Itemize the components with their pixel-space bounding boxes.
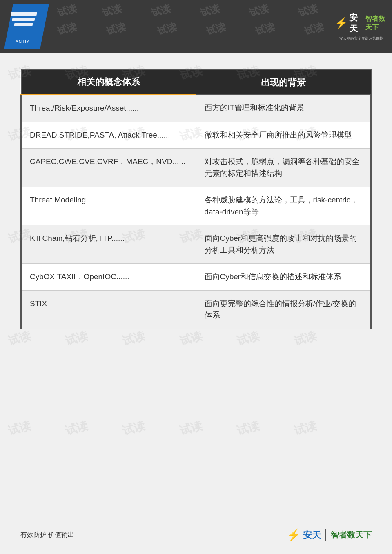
cwm-19: 试读 — [7, 328, 33, 349]
table-cell-right-6: 面向更完整的综合性的情报分析/作业/交换的体系 — [196, 290, 371, 329]
table-cell-right-4: 面向Cyber和更高强度的攻击和对抗的场景的分析工具和分析方法 — [196, 225, 371, 264]
footer-tagline: 有效防护 价值输出 — [20, 531, 74, 539]
footer: 有效防护 价值输出 ⚡ 安天 智者数天下 — [0, 528, 392, 542]
table-cell-right-5: 面向Cyber和信息交换的描述和标准体系 — [196, 264, 371, 291]
table-header-row: 相关的概念体系 出现的背景 — [21, 70, 371, 95]
lightning-icon: ⚡ — [335, 17, 348, 29]
brand-divider-header: | — [363, 20, 364, 26]
watermark-2: 试读 — [101, 2, 123, 19]
table-cell-right-0: 西方的IT管理和标准化的背景 — [196, 95, 371, 122]
brand-box-header: ⚡ 安天 | 智者数天下 安天网络安全专训营第四期 — [335, 6, 388, 47]
cwm-28: 试读 — [178, 418, 204, 438]
concept-table: 相关的概念体系 出现的背景 Threat/Risk/Exposure/Asset… — [20, 69, 372, 329]
col2-header: 出现的背景 — [196, 70, 371, 95]
watermark-6: 试读 — [297, 2, 319, 19]
footer-brand-name: 安天 — [303, 529, 321, 541]
watermark-5: 试读 — [248, 2, 270, 19]
cwm-21: 试读 — [121, 328, 147, 349]
main-content: 试读 试读 试读 试读 试读 试读 试读 试读 试读 试读 试读 试读 试读 试… — [0, 53, 392, 346]
table-row: CAPEC,CWE,CVE,CVRF，MAEC，NVD......对攻击模式，脆… — [21, 149, 371, 187]
footer-lightning-icon: ⚡ — [287, 528, 301, 542]
watermark-11: 试读 — [254, 20, 276, 38]
watermark-9: 试读 — [156, 20, 178, 38]
cwm-27: 试读 — [121, 418, 147, 438]
watermark-8: 试读 — [105, 20, 127, 38]
table-cell-left-3: Threat Modeling — [21, 187, 196, 225]
header: ANTIY 试读 试读 试读 试读 试读 试读 试读 试读 试读 试读 试读 试… — [0, 0, 392, 53]
table-cell-left-4: Kill Chain,钻石分析,TTP...... — [21, 225, 196, 264]
brand-sub-header: 智者数天下 — [365, 15, 388, 32]
table-cell-right-3: 各种威胁建模的方法论，工具，risk-centric，data-driven等等 — [196, 187, 371, 225]
table-row: Threat Modeling各种威胁建模的方法论，工具，risk-centri… — [21, 187, 371, 225]
table-row: STIX面向更完整的综合性的情报分析/作业/交换的体系 — [21, 290, 371, 329]
table-row: DREAD,STRIDE,PASTA, Attack Tree......微软和… — [21, 122, 371, 149]
table-row: CybOX,TAXII，OpenIOC......面向Cyber和信息交换的描述… — [21, 264, 371, 291]
table-cell-left-1: DREAD,STRIDE,PASTA, Attack Tree...... — [21, 122, 196, 149]
table-row: Kill Chain,钻石分析,TTP......面向Cyber和更高强度的攻击… — [21, 225, 371, 264]
footer-brand-divider — [325, 529, 326, 541]
cwm-24: 试读 — [292, 328, 318, 349]
brand-name-header: 安天 — [350, 12, 361, 34]
watermark-4: 试读 — [199, 2, 221, 19]
logo-box: ANTIY — [4, 4, 49, 49]
col1-header: 相关的概念体系 — [21, 70, 196, 95]
cwm-30: 试读 — [292, 418, 318, 438]
table-cell-right-1: 微软和相关安全厂商所推出的风险管理模型 — [196, 122, 371, 149]
cwm-20: 试读 — [64, 328, 90, 349]
cwm-23: 试读 — [235, 328, 261, 349]
brand-tagline: 安天网络安全专训营第四期 — [339, 36, 383, 41]
antiy-label: ANTIY — [16, 40, 29, 44]
watermark-1: 试读 — [56, 2, 78, 19]
footer-brand: ⚡ 安天 智者数天下 — [287, 528, 372, 542]
table-row: Threat/Risk/Exposure/Asset......西方的IT管理和… — [21, 95, 371, 122]
table-cell-left-0: Threat/Risk/Exposure/Asset...... — [21, 95, 196, 122]
table-cell-left-5: CybOX,TAXII，OpenIOC...... — [21, 264, 196, 291]
watermark-7: 试读 — [56, 20, 78, 38]
cwm-22: 试读 — [178, 328, 204, 349]
table-cell-right-2: 对攻击模式，脆弱点，漏洞等各种基础的安全元素的标定和描述结构 — [196, 149, 371, 187]
logo-stripes — [10, 12, 39, 28]
table-cell-left-2: CAPEC,CWE,CVE,CVRF，MAEC，NVD...... — [21, 149, 196, 187]
cwm-25: 试读 — [7, 418, 33, 438]
cwm-29: 试读 — [235, 418, 261, 438]
watermark-12: 试读 — [303, 20, 325, 38]
watermark-10: 试读 — [205, 20, 227, 38]
table-cell-left-6: STIX — [21, 290, 196, 329]
watermark-3: 试读 — [150, 2, 172, 19]
cwm-26: 试读 — [64, 418, 90, 438]
footer-brand-sub: 智者数天下 — [331, 530, 372, 541]
header-watermark-area: 试读 试读 试读 试读 试读 试读 试读 试读 试读 试读 试读 试读 — [49, 0, 335, 53]
